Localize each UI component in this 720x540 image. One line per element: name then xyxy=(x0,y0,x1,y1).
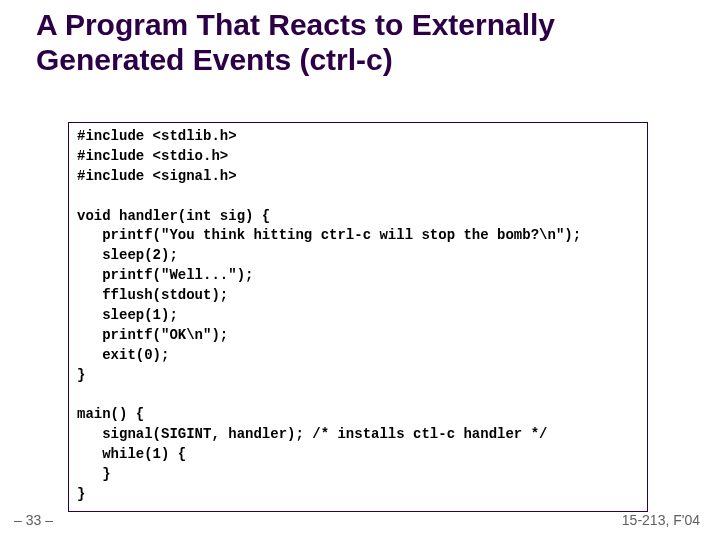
code-box: #include <stdlib.h> #include <stdio.h> #… xyxy=(68,122,648,512)
slide-title: A Program That Reacts to Externally Gene… xyxy=(36,8,696,77)
slide: A Program That Reacts to Externally Gene… xyxy=(0,0,720,540)
code-listing: #include <stdlib.h> #include <stdio.h> #… xyxy=(77,127,639,505)
page-number: – 33 – xyxy=(14,512,53,528)
course-label: 15-213, F'04 xyxy=(622,512,700,528)
